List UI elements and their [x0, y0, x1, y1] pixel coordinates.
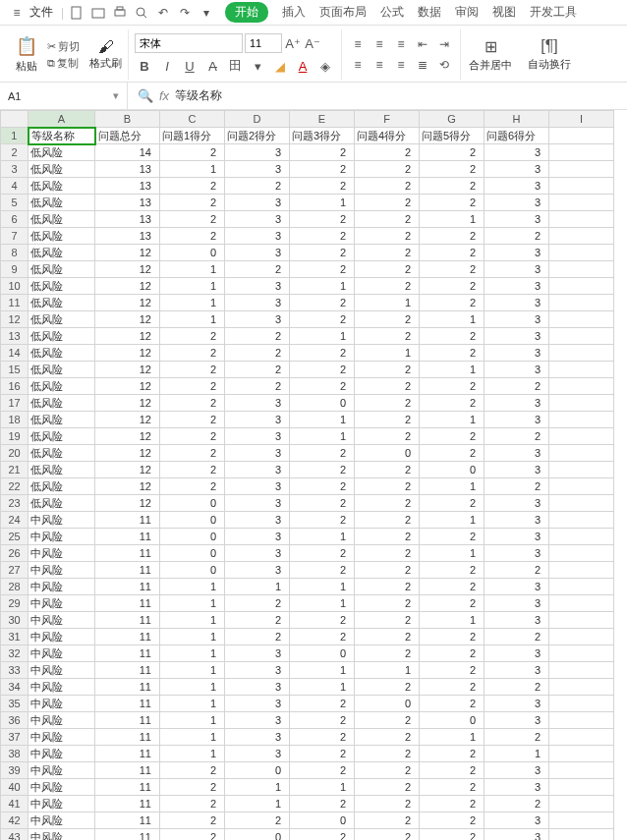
cell-A23[interactable]: 低风险 — [28, 495, 95, 512]
cell-C31[interactable]: 1 — [160, 629, 225, 645]
cell-E42[interactable]: 0 — [290, 812, 355, 829]
cell-A10[interactable]: 低风险 — [28, 278, 95, 295]
cell-G35[interactable]: 2 — [420, 696, 484, 712]
cell-F20[interactable]: 0 — [355, 445, 420, 462]
row-header-21[interactable]: 21 — [1, 462, 28, 478]
cell-D29[interactable]: 2 — [225, 595, 290, 612]
cell-E12[interactable]: 2 — [290, 311, 355, 328]
cell-F7[interactable]: 2 — [355, 228, 420, 245]
cell-C12[interactable]: 1 — [160, 311, 225, 328]
cell-B36[interactable]: 11 — [95, 712, 160, 729]
row-header-3[interactable]: 3 — [1, 161, 28, 178]
cell-D32[interactable]: 3 — [225, 645, 290, 662]
tab-data[interactable]: 数据 — [418, 4, 441, 21]
cell-F19[interactable]: 2 — [355, 428, 420, 445]
align-left-icon[interactable]: ≡ — [348, 56, 368, 74]
tab-view[interactable]: 视图 — [492, 4, 516, 21]
cell-E22[interactable]: 2 — [290, 478, 355, 495]
cell-B42[interactable]: 11 — [95, 812, 160, 829]
cell-H3[interactable]: 3 — [484, 161, 549, 178]
cell-H7[interactable]: 2 — [484, 228, 549, 245]
cell-F32[interactable]: 2 — [355, 645, 420, 662]
cell-E25[interactable]: 1 — [290, 529, 355, 545]
cell-G36[interactable]: 0 — [420, 712, 484, 729]
cell-F17[interactable]: 2 — [355, 395, 420, 412]
cell-C1[interactable]: 问题1得分 — [160, 128, 225, 144]
cell-H41[interactable]: 2 — [484, 796, 549, 812]
cell-B28[interactable]: 11 — [95, 579, 160, 595]
cell-C38[interactable]: 1 — [160, 746, 225, 762]
cell-A11[interactable]: 低风险 — [28, 295, 95, 311]
cell-I18[interactable] — [549, 412, 614, 428]
cell-D41[interactable]: 1 — [225, 796, 290, 812]
underline-button[interactable]: U — [180, 56, 200, 76]
cell-F40[interactable]: 2 — [355, 779, 420, 796]
row-header-1[interactable]: 1 — [1, 128, 28, 144]
cell-B31[interactable]: 11 — [95, 629, 160, 645]
cut-button[interactable]: ✂剪切 — [47, 39, 80, 54]
cell-H36[interactable]: 3 — [484, 712, 549, 729]
cell-C16[interactable]: 2 — [160, 378, 225, 395]
cell-D4[interactable]: 2 — [225, 178, 290, 195]
cell-D16[interactable]: 2 — [225, 378, 290, 395]
col-header-B[interactable]: B — [95, 111, 160, 128]
cell-H22[interactable]: 2 — [484, 478, 549, 495]
row-header-22[interactable]: 22 — [1, 478, 28, 495]
row-header-9[interactable]: 9 — [1, 261, 28, 278]
name-box[interactable]: A1 ▾ — [0, 83, 128, 109]
cell-D36[interactable]: 3 — [225, 712, 290, 729]
cell-C28[interactable]: 1 — [160, 579, 225, 595]
cell-E28[interactable]: 1 — [290, 579, 355, 595]
cell-F42[interactable]: 2 — [355, 812, 420, 829]
cell-F25[interactable]: 2 — [355, 529, 420, 545]
cell-A39[interactable]: 中风险 — [28, 762, 95, 779]
cell-D6[interactable]: 3 — [225, 211, 290, 228]
cell-B12[interactable]: 12 — [95, 311, 160, 328]
cell-I9[interactable] — [549, 261, 614, 278]
col-header-H[interactable]: H — [484, 111, 549, 128]
cell-F5[interactable]: 2 — [355, 195, 420, 211]
font-name-select[interactable] — [135, 33, 243, 53]
cell-E41[interactable]: 2 — [290, 796, 355, 812]
cell-G30[interactable]: 1 — [420, 612, 484, 629]
row-header-35[interactable]: 35 — [1, 696, 28, 712]
cell-D2[interactable]: 3 — [225, 144, 290, 161]
cell-G26[interactable]: 1 — [420, 545, 484, 562]
row-header-10[interactable]: 10 — [1, 278, 28, 295]
cell-F23[interactable]: 2 — [355, 495, 420, 512]
cell-H32[interactable]: 3 — [484, 645, 549, 662]
cell-E18[interactable]: 1 — [290, 412, 355, 428]
cell-D35[interactable]: 3 — [225, 696, 290, 712]
cell-G9[interactable]: 2 — [420, 261, 484, 278]
cell-G13[interactable]: 2 — [420, 328, 484, 345]
cell-D13[interactable]: 2 — [225, 328, 290, 345]
cell-I4[interactable] — [549, 178, 614, 195]
cell-B14[interactable]: 12 — [95, 345, 160, 362]
cell-D42[interactable]: 2 — [225, 812, 290, 829]
cell-F6[interactable]: 2 — [355, 211, 420, 228]
cell-H37[interactable]: 2 — [484, 729, 549, 746]
dropdown-icon[interactable]: ▾ — [196, 2, 217, 24]
cell-E19[interactable]: 1 — [290, 428, 355, 445]
tab-layout[interactable]: 页面布局 — [319, 4, 367, 21]
cell-B23[interactable]: 12 — [95, 495, 160, 512]
cell-E26[interactable]: 2 — [290, 545, 355, 562]
cell-H21[interactable]: 3 — [484, 462, 549, 478]
cell-H12[interactable]: 3 — [484, 311, 549, 328]
cell-F13[interactable]: 2 — [355, 328, 420, 345]
tab-dev[interactable]: 开发工具 — [530, 4, 577, 21]
cell-C37[interactable]: 1 — [160, 729, 225, 746]
cell-I27[interactable] — [549, 562, 614, 579]
cell-C4[interactable]: 2 — [160, 178, 225, 195]
align-right-icon[interactable]: ≡ — [391, 56, 411, 74]
cell-H2[interactable]: 3 — [484, 144, 549, 161]
cell-C9[interactable]: 1 — [160, 261, 225, 278]
cell-F34[interactable]: 2 — [355, 679, 420, 696]
cell-A36[interactable]: 中风险 — [28, 712, 95, 729]
cell-B37[interactable]: 11 — [95, 729, 160, 746]
indent-left-icon[interactable]: ⇤ — [413, 35, 432, 53]
cell-G41[interactable]: 2 — [420, 796, 484, 812]
cell-F24[interactable]: 2 — [355, 512, 420, 529]
cell-H23[interactable]: 3 — [484, 495, 549, 512]
cell-A37[interactable]: 中风险 — [28, 729, 95, 746]
